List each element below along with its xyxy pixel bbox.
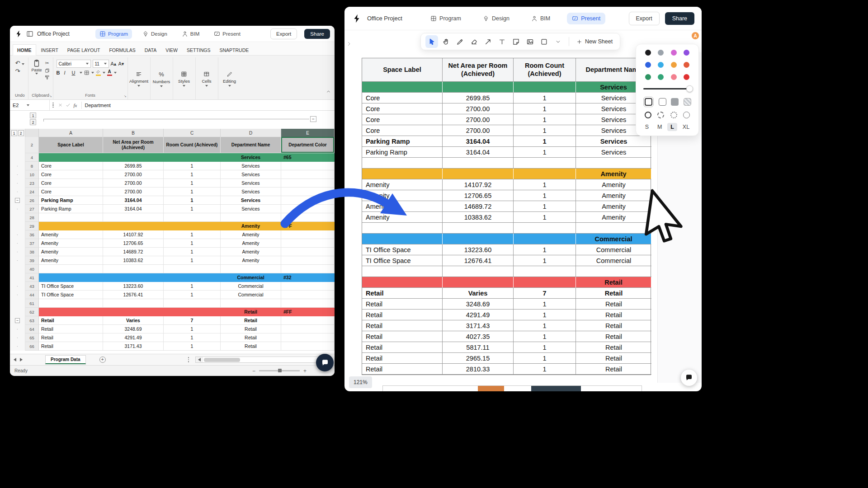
cell[interactable]: 1 xyxy=(514,147,576,158)
cell[interactable] xyxy=(514,169,576,179)
cell[interactable]: Amenity xyxy=(576,212,651,223)
format-painter-icon[interactable] xyxy=(45,75,50,80)
cell[interactable] xyxy=(103,265,164,273)
row-number[interactable]: 8 xyxy=(25,162,39,170)
cell[interactable]: 1 xyxy=(514,103,576,114)
scrollbar-thumb[interactable] xyxy=(204,358,240,362)
size-l[interactable]: L xyxy=(667,123,677,131)
nav-design[interactable]: Design xyxy=(138,29,171,39)
add-sheet-button[interactable]: + xyxy=(99,357,106,363)
sheet-row[interactable]: 62Retail#FF xyxy=(10,308,335,316)
sheet-tab-program-data[interactable]: Program Data xyxy=(45,355,86,364)
cell[interactable] xyxy=(39,265,103,273)
cell[interactable]: Core xyxy=(362,103,443,114)
table-row[interactable]: Retail3171.431Retail xyxy=(362,320,651,331)
row-number[interactable]: 65 xyxy=(25,333,39,342)
header-cell[interactable]: Room Count (Achieved) xyxy=(164,137,221,153)
nav-bim[interactable]: BIM xyxy=(526,13,555,24)
cell[interactable]: Amenity xyxy=(576,190,651,201)
cell[interactable]: Parking Ramp xyxy=(39,205,103,213)
cell[interactable]: 1 xyxy=(164,248,221,256)
cell[interactable]: 10383.62 xyxy=(103,256,164,265)
cell[interactable]: 3164.04 xyxy=(103,205,164,213)
row-number[interactable]: 23 xyxy=(25,179,39,188)
table-row[interactable] xyxy=(362,158,651,169)
column-header-e[interactable]: E xyxy=(281,129,335,137)
collapse-row-button[interactable]: − xyxy=(15,198,20,203)
row-number[interactable]: 4 xyxy=(25,153,39,162)
column-header-d[interactable]: D xyxy=(221,129,281,137)
row-number[interactable]: 44 xyxy=(25,291,39,299)
cell[interactable] xyxy=(39,213,103,222)
sheet-row[interactable]: 4Services#65 xyxy=(10,153,335,162)
sheet-row[interactable]: 41Commercial#32 xyxy=(10,273,335,282)
numbers-group-button[interactable]: % Numbers xyxy=(151,57,173,99)
chat-button[interactable] xyxy=(316,354,334,371)
cell[interactable]: 1 xyxy=(514,255,576,266)
cell[interactable]: Retail xyxy=(39,316,103,325)
cell[interactable]: 1 xyxy=(164,205,221,213)
cell[interactable]: Retail xyxy=(576,364,651,375)
table-row[interactable]: RetailVaries7Retail xyxy=(362,288,651,299)
header-cell[interactable]: Department Color xyxy=(281,137,335,153)
column-header-b[interactable]: B xyxy=(103,129,164,137)
copy-icon[interactable] xyxy=(45,68,50,73)
cell[interactable]: Parking Ramp xyxy=(39,196,103,205)
color-swatch[interactable] xyxy=(671,62,677,68)
hand-tool[interactable] xyxy=(439,35,452,48)
cell[interactable] xyxy=(281,316,335,325)
cell[interactable] xyxy=(443,158,514,169)
cell[interactable]: 2700.00 xyxy=(103,179,164,188)
cell[interactable]: Retail xyxy=(576,320,651,331)
table-row[interactable]: Core2700.001Services xyxy=(362,114,651,125)
cell[interactable] xyxy=(281,265,335,273)
avatar[interactable]: A xyxy=(691,32,699,40)
row-number[interactable]: 24 xyxy=(25,188,39,196)
cell[interactable]: Amenity xyxy=(39,239,103,248)
column-header-c[interactable]: C xyxy=(164,129,221,137)
row-outline-level-1[interactable]: 1 xyxy=(30,113,36,118)
cell[interactable] xyxy=(362,82,443,93)
cell[interactable]: 2700.00 xyxy=(103,170,164,179)
cell[interactable]: 1 xyxy=(514,125,576,136)
row-number[interactable]: 10 xyxy=(25,170,39,179)
cell[interactable]: Amenity xyxy=(39,248,103,256)
table-row[interactable] xyxy=(362,266,651,277)
cell[interactable]: 3164.04 xyxy=(443,147,514,158)
cell[interactable]: Retail xyxy=(221,342,281,351)
cell[interactable]: 7 xyxy=(164,316,221,325)
sheet-row[interactable]: 40 xyxy=(10,265,335,273)
cell[interactable]: 12706.65 xyxy=(103,239,164,248)
cell[interactable] xyxy=(443,234,514,244)
ribbon-tab-view[interactable]: VIEW xyxy=(161,45,182,55)
color-swatch[interactable] xyxy=(658,62,664,68)
bold-icon[interactable]: B xyxy=(57,70,62,75)
size-m[interactable]: M xyxy=(654,123,665,131)
cell[interactable]: Amenity xyxy=(576,201,651,212)
cell[interactable] xyxy=(576,266,651,277)
zoom-slider[interactable] xyxy=(259,370,300,371)
sheet-row[interactable]: ·8Core2699.851Services xyxy=(10,162,335,170)
cell[interactable] xyxy=(443,169,514,179)
cell[interactable]: 2700.00 xyxy=(443,114,514,125)
cell[interactable] xyxy=(281,162,335,170)
sheet-row[interactable]: ·38Amenity14689.721Amenity xyxy=(10,248,335,256)
table-row[interactable]: Retail5817.111Retail xyxy=(362,342,651,353)
row-number[interactable]: 37 xyxy=(25,239,39,248)
cell[interactable]: 1 xyxy=(514,299,576,310)
fx-icon[interactable]: fx xyxy=(74,103,77,108)
header-cell[interactable]: Space Label xyxy=(39,137,103,153)
increase-font-icon[interactable]: A▴ xyxy=(111,61,117,67)
cell[interactable]: 1 xyxy=(164,256,221,265)
undo-icon[interactable]: ↶ xyxy=(15,60,25,66)
table-row[interactable]: Retail4291.491Retail xyxy=(362,310,651,320)
cell[interactable]: 1 xyxy=(164,230,221,239)
cell[interactable] xyxy=(514,277,576,288)
cell[interactable] xyxy=(514,234,576,244)
cell[interactable] xyxy=(514,266,576,277)
cell[interactable]: 14107.92 xyxy=(443,179,514,190)
cell[interactable] xyxy=(221,299,281,308)
arrow-tool[interactable] xyxy=(481,35,494,48)
cell[interactable] xyxy=(39,222,103,230)
cell[interactable]: Amenity xyxy=(221,239,281,248)
